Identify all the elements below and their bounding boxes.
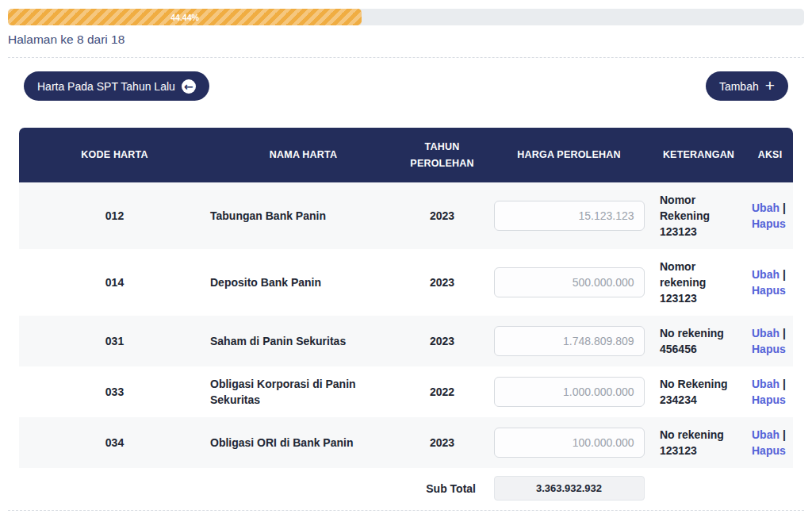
cell-keterangan: No rekening 123123 — [650, 417, 747, 468]
cell-aksi: Ubah | Hapus — [747, 316, 793, 366]
ubah-link[interactable]: Ubah — [752, 268, 779, 281]
hapus-link[interactable]: Hapus — [752, 343, 786, 355]
bottom-divider — [8, 510, 804, 511]
cell-aksi: Ubah | Hapus — [747, 182, 793, 249]
toolbar: Harta Pada SPT Tahun Lalu ← Tambah + — [8, 71, 804, 101]
cell-tahun-perolehan: 2023 — [396, 417, 488, 468]
progress-bar-fill: 44.44% — [8, 9, 362, 25]
ubah-link[interactable]: Ubah — [752, 327, 779, 339]
ubah-link[interactable]: Ubah — [752, 428, 779, 441]
subtotal-value: 3.363.932.932 — [494, 476, 645, 501]
table-row: 014Deposito Bank Panin2023500.000.000Nom… — [19, 249, 793, 316]
action-separator: | — [779, 201, 786, 214]
cell-kode-harta: 034 — [19, 417, 210, 468]
cell-kode-harta: 014 — [19, 249, 210, 316]
harga-perolehan-input[interactable]: 15.123.123 — [494, 201, 645, 231]
cell-tahun-perolehan: 2023 — [396, 249, 488, 316]
cell-kode-harta: 033 — [19, 366, 210, 417]
top-divider — [8, 57, 804, 58]
prev-page-button-label: Harta Pada SPT Tahun Lalu — [37, 80, 175, 93]
cell-keterangan: No Rekening 234234 — [650, 366, 747, 417]
cell-tahun-perolehan: 2023 — [396, 182, 488, 249]
cell-aksi: Ubah | Hapus — [747, 366, 793, 417]
cell-nama-harta: Saham di Panin Sekuritas — [210, 316, 396, 366]
cell-kode-harta: 031 — [19, 316, 210, 366]
cell-aksi: Ubah | Hapus — [747, 249, 793, 316]
page-indicator: Halaman ke 8 dari 18 — [8, 33, 804, 47]
page: 44.44% Halaman ke 8 dari 18 Harta Pada S… — [0, 9, 812, 511]
harga-perolehan-input[interactable]: 1.748.809.809 — [494, 326, 645, 356]
cell-keterangan: No rekening 456456 — [650, 316, 747, 366]
cell-tahun-perolehan: 2023 — [396, 316, 488, 366]
table-row: 012Tabungan Bank Panin202315.123.123Nomo… — [19, 182, 793, 249]
hapus-link[interactable]: Hapus — [752, 217, 786, 230]
column-header-nama-harta: NAMA HARTA — [210, 128, 396, 182]
progress-percent-label: 44.44% — [170, 13, 199, 22]
column-header-aksi: AKSI — [747, 128, 793, 182]
column-header-kode-harta: KODE HARTA — [19, 128, 210, 182]
cell-nama-harta: Obligasi Korporasi di Panin Sekuritas — [210, 366, 396, 417]
subtotal-row: Sub Total 3.363.932.932 — [19, 468, 793, 507]
cell-keterangan: Nomor Rekening 123123 — [650, 182, 747, 249]
arrow-left-circle-icon: ← — [182, 79, 196, 94]
table-row: 034Obligasi ORI di Bank Panin2023100.000… — [19, 417, 793, 468]
action-separator: | — [779, 428, 786, 441]
cell-nama-harta: Deposito Bank Panin — [210, 249, 396, 316]
column-header-harga-perolehan: HARGA PEROLEHAN — [488, 128, 650, 182]
action-separator: | — [779, 268, 786, 281]
cell-kode-harta: 012 — [19, 182, 210, 249]
hapus-link[interactable]: Hapus — [752, 393, 786, 406]
add-button-label: Tambah — [719, 80, 759, 93]
subtotal-label: Sub Total — [396, 468, 488, 507]
table-header: KODE HARTANAMA HARTATAHUN PEROLEHANHARGA… — [19, 128, 793, 182]
harta-table: KODE HARTANAMA HARTATAHUN PEROLEHANHARGA… — [19, 128, 793, 507]
column-header-tahun-perolehan: TAHUN PEROLEHAN — [396, 128, 488, 182]
cell-nama-harta: Tabungan Bank Panin — [210, 182, 396, 249]
action-separator: | — [779, 378, 786, 390]
table-row: 031Saham di Panin Sekuritas20231.748.809… — [19, 316, 793, 366]
harga-perolehan-input[interactable]: 100.000.000 — [494, 428, 645, 458]
hapus-link[interactable]: Hapus — [752, 444, 786, 457]
add-button[interactable]: Tambah + — [706, 71, 788, 101]
ubah-link[interactable]: Ubah — [752, 378, 779, 390]
progress-bar-track: 44.44% — [8, 9, 804, 25]
table-row: 033Obligasi Korporasi di Panin Sekuritas… — [19, 366, 793, 417]
cell-tahun-perolehan: 2022 — [396, 366, 488, 417]
cell-keterangan: Nomor rekening 123123 — [650, 249, 747, 316]
column-header-keterangan: KETERANGAN — [650, 128, 747, 182]
ubah-link[interactable]: Ubah — [752, 201, 779, 214]
hapus-link[interactable]: Hapus — [752, 284, 786, 297]
cell-nama-harta: Obligasi ORI di Bank Panin — [210, 417, 396, 468]
harga-perolehan-input[interactable]: 1.000.000.000 — [494, 377, 645, 407]
cell-aksi: Ubah | Hapus — [747, 417, 793, 468]
plus-icon: + — [765, 77, 775, 94]
prev-page-button[interactable]: Harta Pada SPT Tahun Lalu ← — [24, 71, 209, 101]
harga-perolehan-input[interactable]: 500.000.000 — [494, 267, 645, 297]
action-separator: | — [779, 327, 786, 339]
